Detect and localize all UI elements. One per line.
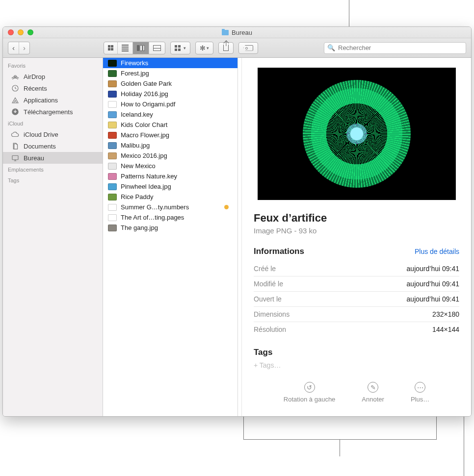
sidebar-item-label: Récents bbox=[24, 85, 47, 92]
file-row[interactable]: Rice Paddy bbox=[103, 192, 237, 202]
file-row[interactable]: Patterns Nature.key bbox=[103, 171, 237, 181]
file-row[interactable]: Macro Flower.jpg bbox=[103, 130, 237, 140]
file-name: Holiday 2016.jpg bbox=[121, 90, 168, 98]
sidebar-item-documents[interactable]: Documents bbox=[3, 140, 103, 152]
info-key: Ouvert le bbox=[254, 295, 282, 303]
file-row[interactable]: Summer G…ty.numbers bbox=[103, 202, 237, 212]
share-button[interactable] bbox=[218, 42, 234, 54]
file-row[interactable]: Forest.jpg bbox=[103, 68, 237, 78]
file-thumbnail bbox=[108, 204, 117, 211]
info-section-title: Informations bbox=[254, 247, 304, 256]
file-row[interactable]: Pinwheel Idea.jpg bbox=[103, 181, 237, 192]
sidebar-item-bureau[interactable]: Bureau bbox=[3, 152, 103, 164]
file-name: Summer G…ty.numbers bbox=[121, 203, 189, 211]
sidebar-item-icloud-drive[interactable]: iCloud Drive bbox=[3, 128, 103, 140]
file-row[interactable]: Holiday 2016.jpg bbox=[103, 89, 237, 99]
r-cents-icon bbox=[11, 84, 20, 93]
finder-window: Bureau ‹ › ▾ bbox=[2, 26, 472, 417]
chevron-down-icon: ▾ bbox=[207, 46, 209, 50]
info-value: aujourd’hui 09:41 bbox=[407, 295, 459, 303]
view-list-button[interactable] bbox=[117, 42, 132, 54]
file-row[interactable]: New Mexico bbox=[103, 161, 237, 171]
sidebar-item-label: Documents bbox=[24, 143, 56, 150]
chevron-down-icon: ▾ bbox=[184, 46, 186, 50]
file-row[interactable]: The gang.jpg bbox=[103, 223, 237, 233]
group-by-button[interactable]: ▾ bbox=[171, 42, 190, 54]
preview-thumbnail bbox=[258, 68, 456, 200]
view-columns-button[interactable] bbox=[132, 42, 149, 54]
titlebar: Bureau bbox=[3, 27, 471, 38]
file-name: Patterns Nature.key bbox=[121, 173, 177, 180]
tag-dot-icon bbox=[224, 205, 229, 209]
bureau-icon bbox=[11, 153, 20, 162]
file-thumbnail bbox=[108, 173, 117, 180]
file-row[interactable]: The Art of…ting.pages bbox=[103, 212, 237, 223]
file-row[interactable]: Mexico 2016.jpg bbox=[103, 150, 237, 161]
sidebar-item-label: Applications bbox=[24, 97, 58, 104]
sidebar-section-title: Favoris bbox=[3, 60, 103, 71]
sidebar-item-airdrop[interactable]: AirDrop bbox=[3, 71, 103, 82]
column-divider[interactable] bbox=[238, 58, 242, 416]
documents-icon bbox=[11, 142, 20, 150]
share-icon bbox=[223, 45, 229, 51]
gear-icon: ✻ bbox=[200, 44, 206, 52]
file-name: Kids Color Chart bbox=[121, 121, 167, 128]
forward-button[interactable]: › bbox=[19, 42, 29, 54]
action-menu-button[interactable]: ✻ ▾ bbox=[196, 42, 213, 54]
search-field[interactable]: 🔍 bbox=[324, 42, 466, 54]
file-name: Forest.jpg bbox=[121, 70, 149, 77]
info-value: 232×180 bbox=[432, 310, 459, 318]
file-row[interactable]: Kids Color Chart bbox=[103, 120, 237, 130]
info-row: Créé leaujourd’hui 09:41 bbox=[254, 261, 459, 276]
more-action[interactable]: ⋯ Plus… bbox=[411, 382, 429, 403]
file-name: Pinwheel Idea.jpg bbox=[121, 183, 171, 190]
folder-icon bbox=[222, 30, 229, 35]
file-row[interactable]: Golden Gate Park bbox=[103, 78, 237, 89]
file-row[interactable]: Malibu.jpg bbox=[103, 140, 237, 150]
sidebar-item-label: Bureau bbox=[24, 154, 44, 162]
info-key: Modifié le bbox=[254, 280, 283, 288]
file-name: Golden Gate Park bbox=[121, 80, 172, 87]
file-row[interactable]: Iceland.key bbox=[103, 109, 237, 120]
t-l-chargements-icon bbox=[11, 107, 20, 116]
svg-rect-3 bbox=[12, 156, 18, 160]
view-icon-button[interactable] bbox=[104, 42, 117, 54]
back-button[interactable]: ‹ bbox=[8, 42, 19, 54]
file-thumbnail bbox=[108, 80, 117, 87]
file-name: Mexico 2016.jpg bbox=[121, 152, 167, 159]
columns-icon bbox=[137, 45, 145, 51]
sidebar-item-label: Téléchargements bbox=[24, 108, 73, 116]
chevron-right-icon: › bbox=[23, 44, 26, 51]
sidebar-item-r-cents[interactable]: Récents bbox=[3, 82, 103, 94]
file-thumbnail bbox=[108, 91, 117, 98]
tags-button[interactable] bbox=[238, 42, 258, 54]
info-value: aujourd’hui 09:41 bbox=[407, 280, 459, 288]
file-thumbnail bbox=[108, 163, 117, 170]
info-row: Modifié leaujourd’hui 09:41 bbox=[254, 276, 459, 292]
file-name: The Art of…ting.pages bbox=[121, 214, 184, 221]
quick-actions: ↺ Rotation à gauche ✎ Annoter ⋯ Plus… bbox=[254, 382, 459, 403]
info-value: 144×144 bbox=[432, 326, 459, 333]
sidebar-item-t-l-chargements[interactable]: Téléchargements bbox=[3, 106, 103, 118]
rotate-left-action[interactable]: ↺ Rotation à gauche bbox=[284, 382, 336, 403]
rotate-left-label: Rotation à gauche bbox=[284, 396, 336, 403]
annotate-action[interactable]: ✎ Annoter bbox=[362, 382, 384, 403]
more-details-link[interactable]: Plus de détails bbox=[415, 248, 459, 255]
file-row[interactable]: How to Origami.pdf bbox=[103, 99, 237, 109]
file-name: Fireworks bbox=[121, 59, 148, 67]
annotate-label: Annoter bbox=[362, 396, 384, 403]
file-row[interactable]: Fireworks bbox=[103, 58, 237, 68]
view-gallery-button[interactable] bbox=[149, 42, 165, 54]
file-name: Iceland.key bbox=[121, 111, 153, 118]
preview-subtitle: Image PNG - 93 ko bbox=[254, 226, 459, 235]
file-thumbnail bbox=[108, 132, 117, 139]
sidebar-section-title: Tags bbox=[3, 175, 103, 185]
file-thumbnail bbox=[108, 101, 117, 108]
search-input[interactable] bbox=[338, 44, 463, 51]
tags-add-field[interactable]: + Tags… bbox=[254, 361, 459, 369]
file-name: New Mexico bbox=[121, 162, 156, 170]
sidebar-item-applications[interactable]: Applications bbox=[3, 94, 103, 106]
preview-title: Feux d’artifice bbox=[254, 212, 459, 225]
file-thumbnail bbox=[108, 214, 117, 221]
more-icon: ⋯ bbox=[415, 382, 425, 393]
